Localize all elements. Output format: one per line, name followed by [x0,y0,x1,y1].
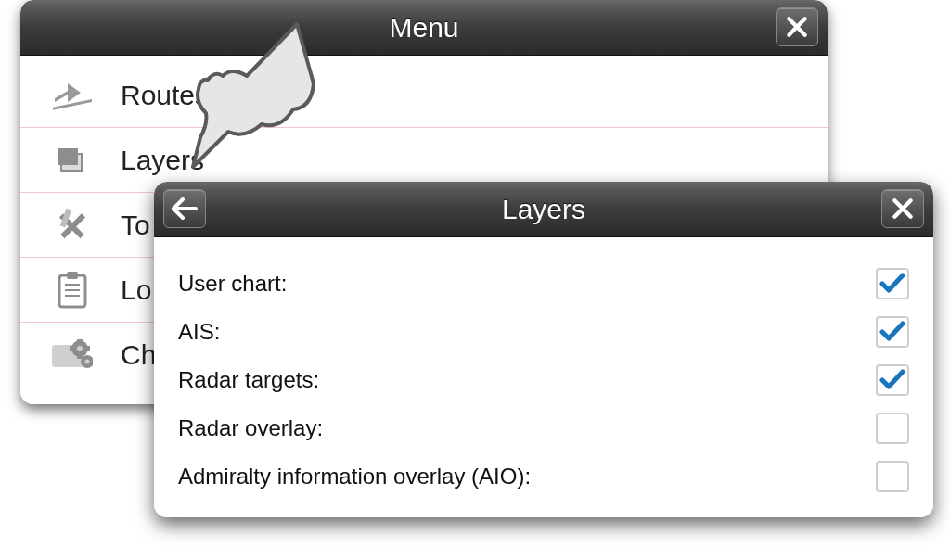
clipboard-icon [50,272,95,309]
routes-icon [50,77,95,114]
menu-item-label: Layers [121,145,204,176]
menu-item-label: Lo [121,274,151,306]
layers-icon [50,142,95,179]
layer-checkbox[interactable] [876,268,909,299]
menu-header: Menu [20,0,828,56]
layers-header: Layers [154,182,933,237]
layer-checkbox[interactable] [876,316,909,348]
check-icon [879,273,905,295]
layer-label: Admiralty information overlay (AIO): [178,464,531,490]
layers-panel: Layers User chart:AIS:Radar targets:Rada… [154,182,933,517]
layer-checkbox[interactable] [876,413,909,444]
menu-title: Menu [389,12,458,44]
layer-row: User chart: [178,261,909,306]
layer-label: AIS: [178,319,220,345]
close-icon [785,15,809,39]
back-arrow-icon [172,197,198,220]
layer-label: Radar targets: [178,367,319,393]
layers-close-button[interactable] [881,189,924,228]
layer-label: Radar overlay: [178,415,323,441]
layer-row: Admiralty information overlay (AIO): [178,454,909,499]
layer-label: User chart: [178,271,287,297]
settings-panel-icon [50,337,95,374]
svg-marker-0 [55,83,81,102]
menu-item-label: Ch [121,339,156,371]
menu-item-routes[interactable]: Routes [20,63,828,128]
tools-icon [50,207,95,244]
svg-point-20 [85,360,90,364]
svg-rect-8 [67,272,78,279]
layer-row: Radar targets: [178,358,909,402]
layers-body: User chart:AIS:Radar targets:Radar overl… [154,237,933,517]
layers-title: Layers [502,194,585,225]
svg-rect-15 [77,339,83,342]
check-icon [879,369,905,391]
menu-item-label: Routes [121,80,209,111]
layer-row: AIS: [178,310,909,354]
menu-item-label: To [121,210,150,241]
menu-close-button[interactable] [776,7,818,46]
layer-checkbox[interactable] [876,364,909,396]
svg-rect-17 [70,346,73,351]
svg-rect-3 [58,148,78,165]
check-icon [879,321,905,343]
svg-rect-18 [86,346,90,351]
close-icon [891,197,915,221]
svg-point-14 [77,346,83,351]
layer-row: Radar overlay: [178,406,909,451]
layer-checkbox[interactable] [876,461,909,492]
layers-back-button[interactable] [163,189,206,228]
